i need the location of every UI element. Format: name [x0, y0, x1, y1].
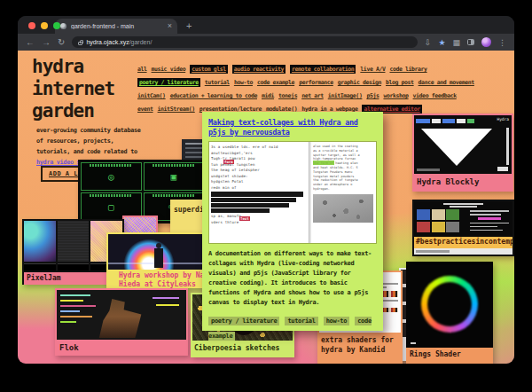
- tag-link[interactable]: dance and movement: [419, 79, 474, 86]
- card-label: Rings Shader: [406, 348, 493, 364]
- tag-link[interactable]: education + learning to code: [170, 92, 257, 99]
- blockly-scrollbar[interactable]: [506, 128, 509, 165]
- page-title: hydra internet garden: [32, 56, 114, 122]
- collage-text-line: hydrogen.: [313, 187, 374, 192]
- red-highlight-word: form: [223, 160, 234, 164]
- tag-link[interactable]: initImage(): [328, 92, 363, 99]
- menu-kebab-icon[interactable]: ⋮: [498, 38, 506, 47]
- title-line-1: hydra: [32, 56, 114, 78]
- new-tab-button[interactable]: +: [186, 19, 192, 34]
- close-window-button[interactable]: [28, 22, 35, 29]
- title-line-2: internet: [32, 78, 114, 100]
- tab-title: garden-frontend - main: [71, 23, 163, 29]
- card-flok[interactable]: Flok: [55, 288, 188, 356]
- blockly-thumbnail: Hydra: [414, 115, 512, 174]
- tag-link[interactable]: graphic design: [338, 79, 381, 86]
- monitor-play-icon: ▣: [170, 172, 176, 182]
- popup-collage-image: form Text 3s a usedble lds. ere of nxida…: [208, 141, 377, 244]
- tag-link[interactable]: custom glsl: [190, 65, 228, 74]
- bestpractices-thumbnail: [414, 201, 512, 237]
- title-line-3: garden: [32, 100, 114, 122]
- card-rings-shader[interactable]: Rings Shader: [406, 262, 493, 364]
- tag-link[interactable]: initCam(): [137, 92, 166, 99]
- tag-link[interactable]: video feedback: [413, 92, 457, 99]
- tag-link[interactable]: music video: [152, 66, 186, 73]
- card-label: #bestpracticesincontempora: [414, 237, 512, 248]
- garden-page: hydra internet garden ever-growing commu…: [18, 51, 514, 364]
- tag-link[interactable]: remote collaboration: [290, 65, 356, 74]
- bookmark-star-icon[interactable]: ★: [438, 38, 445, 47]
- red-highlight-word: Text: [239, 216, 250, 221]
- window-controls: [28, 22, 60, 29]
- back-icon[interactable]: ←: [26, 38, 35, 47]
- tile-colorable: ▣: [144, 162, 205, 191]
- forward-icon[interactable]: →: [42, 38, 51, 47]
- tag-link[interactable]: tonejs: [278, 92, 297, 99]
- profile-avatar[interactable]: [481, 37, 491, 47]
- tag-row: allmusic videocustom glslaudio reactivit…: [137, 60, 514, 74]
- card-label: Hydra Blockly: [414, 176, 512, 188]
- rainbow-ring: [421, 276, 478, 333]
- browser-window: garden-frontend - main × + ← → ↻ hydra.o…: [18, 16, 514, 364]
- popup-tag-list: poetry / literaturetutorialhow-tocode ex…: [208, 312, 377, 342]
- popup-description: A documentation on different ways to mak…: [208, 249, 377, 308]
- popup-tag[interactable]: how-to: [324, 317, 350, 325]
- popup-tag[interactable]: poetry / literature: [208, 317, 279, 325]
- card-bestpractices[interactable]: #bestpracticesincontempora: [412, 200, 514, 256]
- tag-row: poetry / literaturetutorialhow-tocode ex…: [137, 74, 514, 87]
- card-label: Flok: [57, 341, 186, 354]
- tag-link[interactable]: blog post: [386, 79, 414, 86]
- tab-close-icon[interactable]: ×: [168, 22, 172, 30]
- url-host: hydra.ojack.xyz: [86, 39, 129, 45]
- tag-link[interactable]: all: [137, 66, 147, 73]
- url-path: /garden/: [129, 39, 153, 45]
- collage-text-line: vders thture: [211, 220, 307, 226]
- tag-link[interactable]: poetry / literature: [137, 78, 200, 87]
- tungsten-powder-photo: [313, 194, 373, 223]
- tag-link[interactable]: audio reactivity: [232, 65, 286, 74]
- card-scrollbar[interactable]: [414, 248, 512, 255]
- address-bar[interactable]: hydra.ojack.xyz/garden/: [72, 36, 417, 48]
- url-text: hydra.ojack.xyz/garden/: [86, 39, 152, 45]
- tag-link[interactable]: midi: [262, 92, 274, 99]
- tag-link[interactable]: performance: [299, 79, 333, 86]
- tag-link[interactable]: p5js: [366, 92, 379, 99]
- side-panel-icon[interactable]: [467, 39, 474, 45]
- green-highlight: [313, 161, 334, 165]
- tag-link[interactable]: how-to: [234, 79, 253, 86]
- tag-link[interactable]: event: [137, 106, 153, 113]
- extensions-icon[interactable]: ▦: [452, 38, 460, 47]
- flok-thumbnail: [57, 290, 186, 340]
- tag-link[interactable]: net art: [301, 92, 324, 99]
- tag-link[interactable]: code library: [389, 66, 426, 73]
- popup-title-link[interactable]: Making text-collages with Hydra and p5js…: [208, 118, 377, 137]
- tag-link[interactable]: code example: [257, 79, 294, 86]
- lock-icon[interactable]: [78, 42, 82, 45]
- tag-link[interactable]: tutorial: [205, 79, 230, 86]
- monitor-icon: ▢: [108, 202, 114, 212]
- tag-row: initCam()education + learning to codemid…: [137, 87, 514, 100]
- minimize-window-button[interactable]: [41, 22, 48, 29]
- rainbow-arc: [121, 236, 177, 270]
- tag-link[interactable]: live A/V: [360, 66, 385, 73]
- browser-toolbar: ← → ↻ hydra.ojack.xyz/garden/ ⇩ ★ ▦ ⋮: [18, 34, 514, 51]
- zoom-window-button[interactable]: [53, 22, 60, 29]
- popup-card: Making text-collages with Hydra and p5js…: [202, 112, 383, 331]
- reload-icon[interactable]: ↻: [58, 38, 65, 47]
- glitch-figure: [94, 299, 145, 338]
- hydra-logo: Hydra: [497, 117, 509, 122]
- tag-cloud: allmusic videocustom glslaudio reactivit…: [137, 60, 514, 114]
- browser-tab[interactable]: garden-frontend - main ×: [55, 19, 177, 34]
- tag-link[interactable]: initStream(): [158, 106, 195, 113]
- tile-oscillator: ◎: [81, 162, 142, 191]
- tag-link[interactable]: workshop: [383, 92, 408, 99]
- tab-favicon-icon: [60, 23, 66, 29]
- presenter-silhouette: [154, 248, 163, 268]
- spiral-icon: ◎: [108, 172, 114, 182]
- install-icon[interactable]: ⇩: [425, 38, 432, 47]
- popup-tag[interactable]: tutorial: [285, 317, 317, 325]
- description-text: ever-growing community database of resou…: [36, 127, 141, 155]
- card-label: Ciberpoesia sketches: [192, 342, 293, 354]
- collage-right-column: also used in the coatingas a crucible ma…: [311, 142, 376, 243]
- card-hydra-blockly[interactable]: Hydra Hydra Blockly: [412, 114, 513, 192]
